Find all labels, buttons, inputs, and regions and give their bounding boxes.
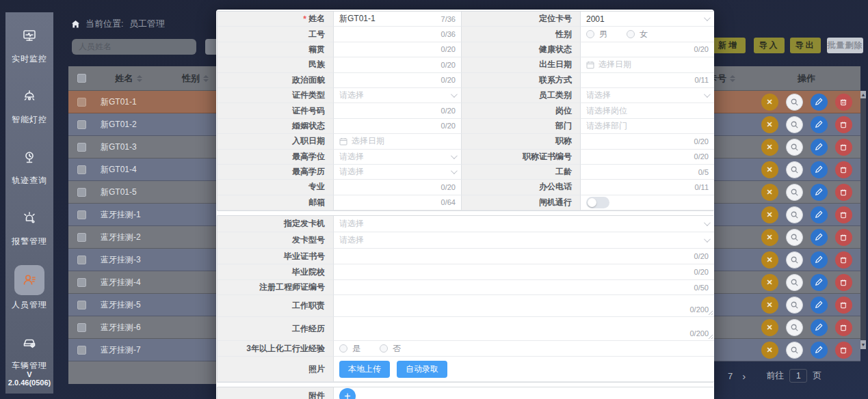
card-issuer-select[interactable]: 请选择	[334, 216, 714, 232]
title-certificate-field[interactable]: 0/20	[581, 150, 714, 165]
delete-button[interactable]	[835, 184, 852, 201]
scroll-down-icon[interactable]: ▼	[860, 342, 866, 348]
sort-icon[interactable]	[137, 75, 142, 82]
revoke-card-button[interactable]: ✕	[761, 251, 778, 269]
edit-button[interactable]	[811, 94, 828, 111]
view-button[interactable]	[786, 251, 803, 269]
view-button[interactable]	[786, 229, 803, 246]
revoke-card-button[interactable]: ✕	[761, 139, 778, 156]
export-button[interactable]: 导出	[790, 38, 821, 53]
page-number-7[interactable]: 7	[724, 371, 737, 381]
sidebar-item-vehicle-management[interactable]: 车辆管理	[12, 329, 47, 372]
job-duty-textarea[interactable]: 0/200	[334, 295, 714, 317]
revoke-card-button[interactable]: ✕	[761, 161, 778, 178]
revoke-card-button[interactable]: ✕	[761, 116, 778, 133]
graduate-school-field[interactable]: 0/20	[334, 264, 714, 280]
sidebar-item-alarm-management[interactable]: 报警管理	[12, 204, 47, 247]
ethnicity-field[interactable]: 0/20	[334, 57, 461, 72]
gate-access-toggle[interactable]	[586, 197, 609, 208]
view-button[interactable]	[786, 116, 803, 133]
row-checkbox[interactable]	[77, 301, 86, 309]
select-all-checkbox[interactable]	[77, 74, 86, 83]
edit-button[interactable]	[811, 161, 828, 178]
delete-button[interactable]	[835, 161, 852, 178]
edit-button[interactable]	[811, 184, 828, 201]
political-status-field[interactable]: 0/20	[334, 73, 461, 88]
card-model-select[interactable]: 请选择	[334, 232, 714, 249]
email-field[interactable]: 0/64	[334, 195, 461, 210]
office-phone-field[interactable]: 0/11	[581, 180, 714, 195]
revoke-card-button[interactable]: ✕	[761, 297, 778, 314]
employee-type-select[interactable]: 请选择	[581, 88, 714, 103]
revoke-card-button[interactable]: ✕	[761, 319, 778, 336]
edit-button[interactable]	[811, 274, 828, 291]
delete-button[interactable]	[835, 94, 852, 111]
auto-capture-button[interactable]: 自动录取	[397, 361, 447, 378]
row-checkbox[interactable]	[77, 143, 86, 152]
diploma-number-field[interactable]: 0/20	[334, 249, 714, 264]
sort-icon[interactable]	[203, 75, 209, 82]
sidebar-item-personnel-management[interactable]: 人员管理	[12, 265, 47, 311]
name-field[interactable]: 新GT01-17/36	[334, 12, 461, 27]
goto-page-input[interactable]: 1	[789, 369, 807, 383]
row-checkbox[interactable]	[77, 98, 86, 107]
revoke-card-button[interactable]: ✕	[761, 229, 778, 246]
view-button[interactable]	[786, 161, 803, 178]
edit-button[interactable]	[811, 116, 828, 133]
add-button[interactable]: 新增	[711, 38, 746, 53]
id-type-select[interactable]: 请选择	[334, 88, 461, 103]
delete-button[interactable]	[835, 206, 852, 223]
radio-no[interactable]: 否	[380, 343, 401, 355]
scrollbar-thumb[interactable]	[860, 98, 866, 340]
view-button[interactable]	[786, 342, 803, 359]
view-button[interactable]	[786, 206, 803, 223]
batch-delete-button[interactable]: 批量删除	[827, 38, 863, 53]
revoke-card-button[interactable]: ✕	[761, 342, 778, 359]
card-number-select[interactable]: 2001	[581, 12, 714, 27]
delete-button[interactable]	[835, 319, 852, 336]
department-field[interactable]: 请选择部门	[581, 119, 714, 134]
import-button[interactable]: 导入	[754, 38, 785, 53]
sidebar-item-realtime-monitor[interactable]: 实时监控	[12, 22, 47, 65]
revoke-card-button[interactable]: ✕	[761, 94, 778, 111]
sort-icon[interactable]	[730, 75, 735, 82]
row-checkbox[interactable]	[77, 256, 86, 264]
scroll-up-icon[interactable]: ▲	[860, 92, 866, 98]
engineer-certificate-field[interactable]: 0/50	[334, 280, 714, 295]
view-button[interactable]	[786, 297, 803, 314]
delete-button[interactable]	[835, 342, 852, 359]
revoke-card-button[interactable]: ✕	[761, 206, 778, 223]
search-input[interactable]: 人员姓名	[72, 39, 196, 55]
contact-field[interactable]: 0/11	[581, 73, 714, 88]
radio-yes[interactable]: 是	[339, 343, 360, 355]
edit-button[interactable]	[811, 342, 828, 359]
edit-button[interactable]	[811, 297, 828, 314]
highest-education-select[interactable]: 请选择	[334, 165, 461, 180]
local-upload-button[interactable]: 本地上传	[339, 361, 390, 378]
delete-button[interactable]	[835, 139, 852, 156]
edit-button[interactable]	[811, 139, 828, 156]
delete-button[interactable]	[835, 297, 852, 314]
post-field[interactable]: 请选择岗位	[581, 103, 714, 118]
delete-button[interactable]	[835, 251, 852, 269]
table-scrollbar[interactable]: ▲ ▼	[860, 91, 866, 349]
row-checkbox[interactable]	[77, 346, 86, 355]
view-button[interactable]	[786, 319, 803, 336]
view-button[interactable]	[786, 274, 803, 291]
edit-button[interactable]	[811, 229, 828, 246]
view-button[interactable]	[786, 139, 803, 156]
row-checkbox[interactable]	[77, 278, 86, 287]
work-experience-textarea[interactable]: 0/200	[334, 317, 714, 341]
delete-button[interactable]	[835, 229, 852, 246]
view-button[interactable]	[786, 184, 803, 201]
revoke-card-button[interactable]: ✕	[761, 274, 778, 291]
hire-date-picker[interactable]: 选择日期	[334, 134, 461, 149]
delete-button[interactable]	[835, 116, 852, 133]
edit-button[interactable]	[811, 251, 828, 269]
row-checkbox[interactable]	[77, 233, 86, 242]
sidebar-item-smart-lighting[interactable]: 智能灯控	[12, 83, 47, 126]
edit-button[interactable]	[811, 206, 828, 223]
health-status-field[interactable]: 0/20	[581, 42, 714, 57]
id-number-field[interactable]: 0/20	[334, 103, 461, 118]
title-field[interactable]: 0/20	[581, 134, 714, 149]
